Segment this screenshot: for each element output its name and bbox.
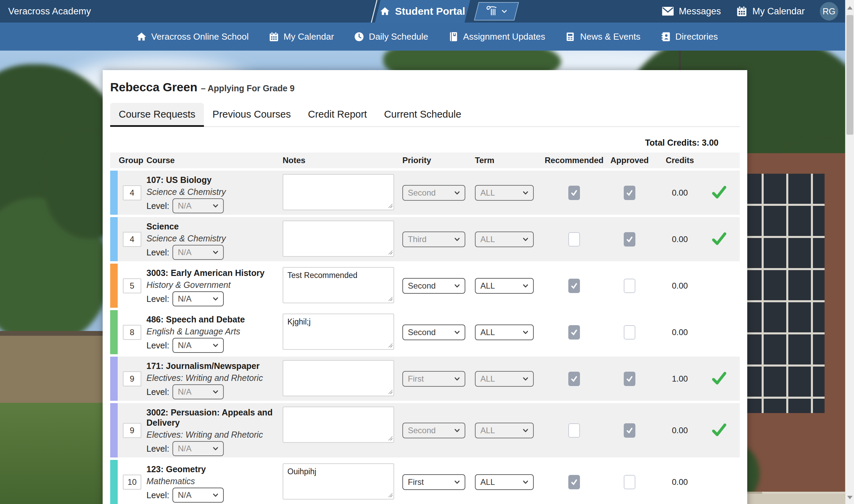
level-select[interactable]: N/A bbox=[172, 245, 224, 260]
tab-course-requests[interactable]: Course Requests bbox=[110, 103, 204, 127]
chevron-down-icon bbox=[522, 375, 529, 382]
approved-checkbox[interactable] bbox=[624, 372, 635, 386]
notes-textarea[interactable] bbox=[283, 267, 394, 303]
recommended-checkbox[interactable] bbox=[568, 423, 580, 438]
chevron-down-icon bbox=[454, 189, 461, 196]
my-calendar-button[interactable]: My Calendar bbox=[736, 5, 805, 17]
navbar-item-news-events[interactable]: News & Events bbox=[565, 31, 640, 42]
confirmed-check-icon bbox=[712, 423, 726, 438]
course-title: 3002: Persuasion: Appeals and Delivery bbox=[146, 407, 277, 428]
topbar-actions: Messages My Calendar RG bbox=[662, 0, 838, 23]
messages-button[interactable]: Messages bbox=[662, 5, 721, 17]
navbar-item-directories[interactable]: Directories bbox=[660, 31, 718, 42]
level-select[interactable]: N/A bbox=[172, 198, 224, 213]
notes-textarea[interactable] bbox=[283, 174, 394, 210]
course-category: History & Government bbox=[146, 280, 277, 290]
term-select[interactable]: ALL bbox=[475, 474, 534, 490]
notes-textarea[interactable] bbox=[283, 463, 394, 500]
approved-checkbox[interactable] bbox=[624, 325, 635, 340]
user-avatar[interactable]: RG bbox=[820, 2, 838, 21]
chevron-down-icon bbox=[212, 342, 219, 349]
tab-credit-report[interactable]: Credit Report bbox=[299, 103, 375, 127]
group-number: 10 bbox=[123, 475, 141, 490]
navbar-item-veracross-online-school[interactable]: Veracross Online School bbox=[136, 31, 249, 42]
notes-textarea[interactable] bbox=[283, 221, 394, 257]
scrollbar-thumb[interactable] bbox=[846, 15, 853, 135]
priority-select[interactable]: Second bbox=[402, 278, 465, 294]
approved-checkbox[interactable] bbox=[624, 475, 635, 489]
notes-textarea[interactable] bbox=[283, 314, 394, 350]
approved-checkbox[interactable] bbox=[624, 423, 635, 438]
header-credits: Credits bbox=[658, 156, 702, 165]
notes-textarea[interactable] bbox=[283, 407, 394, 443]
level-label: Level: bbox=[146, 341, 169, 350]
credits-value: 1.00 bbox=[658, 357, 702, 401]
notes-textarea[interactable] bbox=[283, 360, 394, 396]
course-request-rows: 4 107: US Biology Science & Chemistry Le… bbox=[110, 171, 740, 504]
navbar-item-my-calendar[interactable]: My Calendar bbox=[269, 31, 334, 42]
school-switcher-tab[interactable] bbox=[474, 2, 519, 21]
student-subtitle: – Applying For Grade 9 bbox=[201, 83, 295, 93]
group-number: 9 bbox=[123, 423, 141, 438]
priority-select[interactable]: First bbox=[402, 371, 465, 387]
approved-checkbox[interactable] bbox=[624, 232, 635, 247]
level-select[interactable]: N/A bbox=[172, 291, 224, 306]
header-priority: Priority bbox=[402, 156, 475, 165]
credits-value: 0.00 bbox=[658, 310, 702, 354]
credits-value: 0.00 bbox=[658, 460, 702, 504]
priority-select[interactable]: Second bbox=[402, 423, 465, 438]
tab-previous-courses[interactable]: Previous Courses bbox=[204, 103, 299, 127]
home-icon bbox=[136, 31, 147, 42]
priority-select[interactable]: Third bbox=[402, 231, 465, 247]
level-label: Level: bbox=[146, 387, 169, 397]
level-select[interactable]: N/A bbox=[172, 338, 224, 353]
lawn-shape bbox=[0, 403, 113, 504]
student-portal-tab[interactable]: Student Portal bbox=[375, 0, 470, 23]
level-select[interactable]: N/A bbox=[172, 384, 224, 399]
level-label: Level: bbox=[146, 444, 169, 454]
priority-select[interactable]: Second bbox=[402, 185, 465, 201]
clock-icon bbox=[354, 31, 364, 42]
student-name: Rebecca Green bbox=[110, 80, 197, 94]
term-select[interactable]: ALL bbox=[475, 185, 534, 201]
recommended-checkbox[interactable] bbox=[568, 372, 580, 386]
term-select[interactable]: ALL bbox=[475, 371, 534, 387]
table-header: Group Course Notes Priority Term Recomme… bbox=[110, 152, 740, 168]
course-request-row: 4 Science Science & Chemistry Level: N/A… bbox=[110, 217, 740, 261]
chevron-down-icon bbox=[454, 427, 461, 434]
recommended-checkbox[interactable] bbox=[568, 475, 580, 489]
group-color-stripe bbox=[110, 171, 118, 215]
level-select[interactable]: N/A bbox=[172, 441, 224, 456]
recommended-checkbox[interactable] bbox=[568, 325, 580, 340]
calendar-icon bbox=[269, 31, 279, 42]
credits-value: 0.00 bbox=[658, 403, 702, 457]
tab-current-schedule[interactable]: Current Schedule bbox=[375, 103, 470, 127]
term-select[interactable]: ALL bbox=[475, 423, 534, 438]
approved-checkbox[interactable] bbox=[624, 279, 635, 293]
level-label: Level: bbox=[146, 248, 169, 257]
recommended-checkbox[interactable] bbox=[568, 186, 580, 200]
header-recommended: Recommended bbox=[547, 156, 601, 165]
approved-checkbox[interactable] bbox=[624, 186, 635, 200]
term-select[interactable]: ALL bbox=[475, 231, 534, 247]
recommended-checkbox[interactable] bbox=[568, 279, 580, 293]
priority-select[interactable]: First bbox=[402, 474, 465, 490]
term-select[interactable]: ALL bbox=[475, 278, 534, 294]
recommended-checkbox[interactable] bbox=[568, 232, 580, 247]
scroll-down-button[interactable] bbox=[845, 492, 854, 503]
course-request-row: 8 486: Speech and Debate English & Langu… bbox=[110, 310, 740, 354]
navbar-item-assignment-updates[interactable]: Assignment Updates bbox=[448, 31, 545, 42]
priority-select[interactable]: Second bbox=[402, 324, 465, 340]
scroll-up-button[interactable] bbox=[845, 2, 854, 14]
chevron-down-icon bbox=[212, 295, 219, 302]
term-select[interactable]: ALL bbox=[475, 324, 534, 340]
group-color-stripe bbox=[110, 310, 118, 354]
navbar-item-daily-schedule[interactable]: Daily Schedule bbox=[354, 31, 428, 42]
course-title: 107: US Biology bbox=[146, 175, 277, 185]
course-title: 123: Geometry bbox=[146, 464, 277, 474]
course-title: 3003: Early American History bbox=[146, 268, 277, 278]
chevron-down-icon bbox=[522, 189, 529, 196]
vertical-scrollbar[interactable] bbox=[845, 0, 854, 504]
course-category: English & Language Arts bbox=[146, 326, 277, 336]
level-select[interactable]: N/A bbox=[172, 488, 224, 503]
